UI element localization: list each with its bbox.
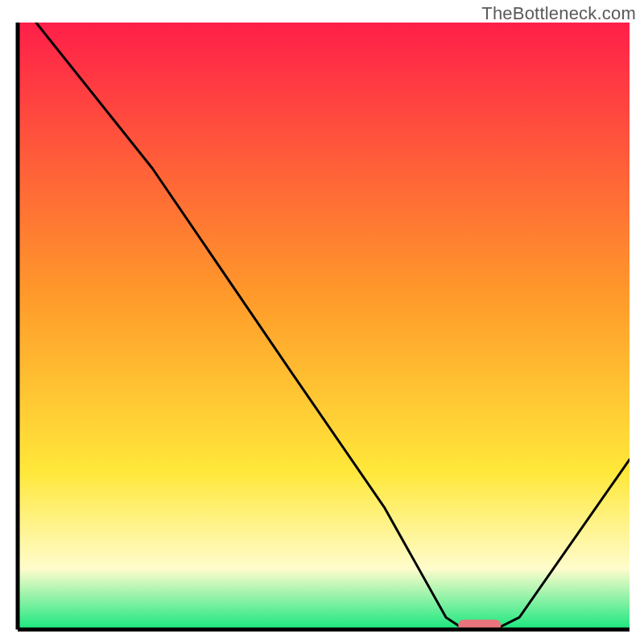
chart-root: TheBottleneck.com (0, 0, 644, 644)
chart-svg (0, 0, 644, 644)
watermark-text: TheBottleneck.com (481, 3, 636, 24)
